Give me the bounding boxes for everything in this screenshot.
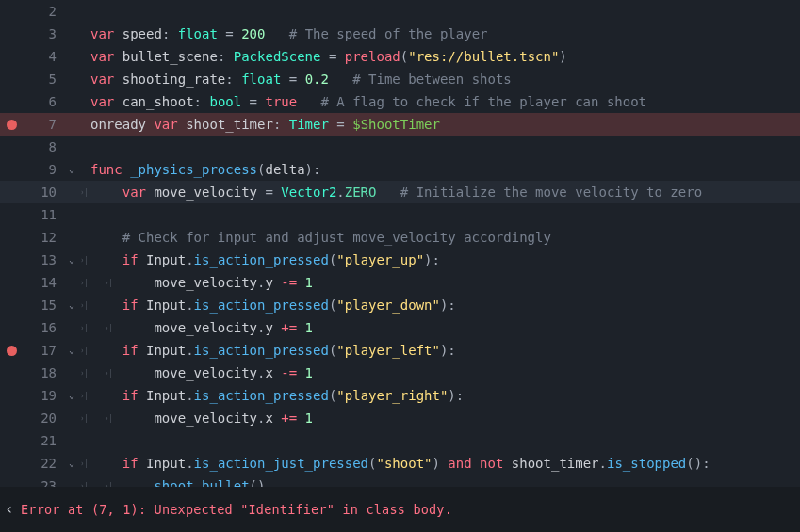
indent-hints: ›| — [79, 188, 90, 197]
code-line[interactable]: 9 ⌄ func _physics_process(delta): — [0, 158, 800, 181]
error-message: Error at (7, 1): Unexpected "Identifier"… — [19, 498, 452, 521]
breakpoint-gutter[interactable] — [0, 346, 23, 356]
code-text[interactable]: var can_shoot: bool = true # A flag to c… — [90, 90, 727, 113]
code-text[interactable]: if Input.is_action_just_pressed("shoot")… — [90, 452, 727, 475]
indent-hints: ›| — [79, 301, 90, 310]
code-line[interactable]: 4 var bullet_scene: PackedScene = preloa… — [0, 45, 800, 68]
line-number: 10 — [23, 181, 64, 203]
breakpoint-icon — [7, 120, 17, 130]
line-number: 7 — [23, 113, 64, 136]
line-number: 16 — [23, 316, 64, 339]
code-text[interactable]: move_velocity.x += 1 — [90, 407, 727, 429]
code-line[interactable]: 6 var can_shoot: bool = true # A flag to… — [0, 90, 800, 113]
code-line[interactable]: 11 — [0, 203, 800, 226]
line-number: 12 — [23, 226, 64, 249]
fold-gutter[interactable]: ⌄ — [64, 249, 79, 271]
code-text[interactable]: var shooting_rate: float = 0.2 # Time be… — [90, 68, 727, 90]
indent-guide-icon: ›| — [80, 459, 88, 468]
indent-hints: ›|›| — [79, 414, 90, 423]
code-text[interactable]: shoot_bullet() — [90, 475, 727, 487]
indent-guide-icon: ›| — [80, 414, 88, 423]
code-text[interactable]: move_velocity.x -= 1 — [90, 362, 727, 384]
line-number: 4 — [23, 45, 64, 68]
code-line[interactable]: 3 var speed: float = 200 # The speed of … — [0, 23, 800, 45]
fold-gutter[interactable]: ⌄ — [64, 158, 79, 181]
indent-guide-icon: ›| — [80, 369, 88, 378]
indent-hints: ›| — [79, 347, 90, 355]
line-number: 3 — [23, 23, 64, 45]
code-line[interactable]: 15 ⌄ ›| if Input.is_action_pressed("play… — [0, 294, 800, 316]
line-number: 5 — [23, 68, 64, 90]
indent-hints: ›| — [79, 256, 90, 265]
fold-gutter[interactable]: ⌄ — [64, 452, 79, 475]
line-number: 9 — [23, 158, 64, 181]
fold-toggle-icon[interactable]: ⌄ — [69, 158, 74, 181]
indent-hints: ›|›| — [79, 369, 90, 378]
indent-guide-icon: ›| — [80, 301, 88, 310]
code-text[interactable]: if Input.is_action_pressed("player_left"… — [90, 339, 727, 362]
code-line-error[interactable]: 7 onready var shoot_timer: Timer = $Shoo… — [0, 113, 800, 136]
error-back-icon[interactable]: ‹ — [0, 498, 19, 521]
code-line[interactable]: 23 ›|›| shoot_bullet() — [0, 475, 800, 487]
code-text[interactable]: if Input.is_action_pressed("player_right… — [90, 384, 727, 407]
breakpoint-gutter[interactable] — [0, 120, 23, 130]
line-number: 20 — [23, 407, 64, 429]
indent-guide-icon: ›| — [80, 256, 88, 265]
code-text[interactable]: onready var shoot_timer: Timer = $ShootT… — [90, 113, 727, 136]
code-line[interactable]: 16 ›|›| move_velocity.y += 1 — [0, 316, 800, 339]
indent-hints: ›| — [79, 459, 90, 468]
indent-guide-icon: ›| — [105, 414, 112, 423]
indent-guide-icon: ›| — [80, 347, 88, 355]
fold-toggle-icon[interactable]: ⌄ — [69, 249, 74, 271]
code-text[interactable]: if Input.is_action_pressed("player_down"… — [90, 294, 727, 316]
fold-gutter[interactable]: ⌄ — [64, 294, 79, 316]
fold-toggle-icon[interactable]: ⌄ — [69, 384, 74, 407]
fold-gutter[interactable]: ⌄ — [64, 339, 79, 362]
code-text[interactable]: # Check for input and adjust move_veloci… — [90, 226, 727, 249]
indent-hints: ›| — [79, 392, 90, 400]
code-line[interactable]: 14 ›|›| move_velocity.y -= 1 — [0, 271, 800, 294]
code-text[interactable]: var move_velocity = Vector2.ZERO # Initi… — [90, 181, 727, 203]
line-number: 8 — [23, 136, 64, 158]
fold-toggle-icon[interactable]: ⌄ — [69, 294, 74, 316]
line-number: 23 — [23, 475, 64, 487]
line-number: 11 — [23, 203, 64, 226]
line-number: 21 — [23, 429, 64, 452]
code-line[interactable]: 13 ⌄ ›| if Input.is_action_pressed("play… — [0, 249, 800, 271]
code-text[interactable]: if Input.is_action_pressed("player_up"): — [90, 249, 727, 271]
code-editor[interactable]: 2 3 var speed: float = 200 # The speed o… — [0, 0, 800, 487]
error-bar[interactable]: ‹ Error at (7, 1): Unexpected "Identifie… — [0, 487, 800, 532]
line-number: 14 — [23, 271, 64, 294]
code-line[interactable]: 12 # Check for input and adjust move_vel… — [0, 226, 800, 249]
code-line[interactable]: 17 ⌄ ›| if Input.is_action_pressed("play… — [0, 339, 800, 362]
code-line[interactable]: 22 ⌄ ›| if Input.is_action_just_pressed(… — [0, 452, 800, 475]
indent-hints: ›|›| — [79, 279, 90, 287]
code-line[interactable]: 20 ›|›| move_velocity.x += 1 — [0, 407, 800, 429]
fold-gutter[interactable]: ⌄ — [64, 384, 79, 407]
line-number: 22 — [23, 452, 64, 475]
code-line[interactable]: 8 — [0, 136, 800, 158]
indent-guide-icon: ›| — [105, 369, 112, 378]
code-line[interactable]: 5 var shooting_rate: float = 0.2 # Time … — [0, 68, 800, 90]
line-number: 17 — [23, 339, 64, 362]
line-number: 18 — [23, 362, 64, 384]
code-text[interactable]: move_velocity.y -= 1 — [90, 271, 727, 294]
indent-guide-icon: ›| — [80, 188, 88, 197]
code-text[interactable]: var speed: float = 200 # The speed of th… — [90, 23, 727, 45]
indent-hints: ›|›| — [79, 324, 90, 332]
line-number: 13 — [23, 249, 64, 271]
line-number: 2 — [23, 0, 64, 23]
indent-guide-icon: ›| — [80, 279, 88, 287]
fold-toggle-icon[interactable]: ⌄ — [69, 339, 74, 362]
code-line[interactable]: 21 — [0, 429, 800, 452]
code-text[interactable]: var bullet_scene: PackedScene = preload(… — [90, 45, 727, 68]
breakpoint-icon — [7, 346, 17, 356]
code-text[interactable]: move_velocity.y += 1 — [90, 316, 727, 339]
code-line[interactable]: 19 ⌄ ›| if Input.is_action_pressed("play… — [0, 384, 800, 407]
code-line-current[interactable]: 10 ›| var move_velocity = Vector2.ZERO #… — [0, 181, 800, 203]
code-text[interactable]: func _physics_process(delta): — [90, 158, 727, 181]
code-line[interactable]: 2 — [0, 0, 800, 23]
indent-guide-icon: ›| — [105, 324, 112, 332]
code-line[interactable]: 18 ›|›| move_velocity.x -= 1 — [0, 362, 800, 384]
fold-toggle-icon[interactable]: ⌄ — [69, 452, 74, 475]
